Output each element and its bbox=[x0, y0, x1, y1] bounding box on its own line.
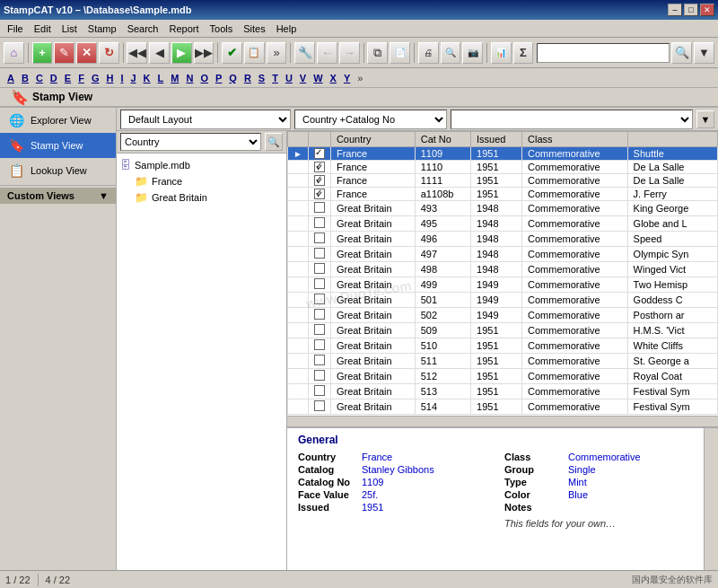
alpha-g[interactable]: G bbox=[88, 72, 103, 84]
alpha-l[interactable]: L bbox=[154, 72, 168, 84]
maximize-button[interactable]: □ bbox=[684, 4, 698, 16]
row-checkbox[interactable]: ✓ bbox=[308, 188, 330, 201]
clipboard-button[interactable]: 📋 bbox=[244, 42, 265, 64]
table-row[interactable]: Great Britain5021949CommemorativePosthor… bbox=[288, 308, 718, 323]
col-issued[interactable]: Issued bbox=[471, 132, 522, 147]
nav-first-button[interactable]: ◀◀ bbox=[127, 42, 147, 64]
row-checkbox[interactable] bbox=[308, 308, 330, 323]
table-row[interactable]: Great Britain4951948CommemorativeGlobe a… bbox=[288, 216, 718, 232]
back-button[interactable]: ← bbox=[317, 42, 337, 64]
row-checkbox[interactable] bbox=[308, 247, 330, 262]
row-checkbox[interactable] bbox=[308, 277, 330, 293]
alpha-t[interactable]: T bbox=[268, 72, 282, 84]
layout-select[interactable]: Default Layout bbox=[120, 110, 291, 129]
table-row[interactable]: Great Britain4971948CommemorativeOlympic… bbox=[288, 247, 718, 262]
table-row[interactable]: Great Britain4981948CommemorativeWinged … bbox=[288, 262, 718, 277]
table-row[interactable]: Great Britain5121951CommemorativeRoyal C… bbox=[288, 369, 718, 384]
table-row[interactable]: Great Britain4931948CommemorativeKing Ge… bbox=[288, 201, 718, 216]
tools-button[interactable]: 🔧 bbox=[294, 42, 315, 64]
tree-node-gb[interactable]: 📁 Great Britain bbox=[135, 189, 283, 206]
table-row[interactable]: ✓France11111951CommemorativeDe La Salle bbox=[288, 174, 718, 188]
nav-prev-button[interactable]: ◀ bbox=[149, 42, 170, 64]
alpha-i[interactable]: I bbox=[117, 72, 127, 84]
alpha-s[interactable]: S bbox=[255, 72, 268, 84]
table-row[interactable]: Great Britain5091951CommemorativeH.M.S. … bbox=[288, 323, 718, 338]
edit-button[interactable]: ✎ bbox=[54, 42, 74, 64]
filter-select[interactable] bbox=[451, 110, 693, 129]
tree-group-select[interactable]: Country bbox=[120, 133, 261, 151]
check-button[interactable]: ✔ bbox=[222, 42, 242, 64]
home-button[interactable]: ⌂ bbox=[4, 42, 24, 64]
table-row[interactable]: ►✓France11091951CommemorativeShuttle bbox=[288, 147, 718, 161]
details-scrollbar[interactable] bbox=[704, 428, 718, 570]
custom-views-header[interactable]: Custom Views ▼ bbox=[0, 188, 116, 204]
row-checkbox[interactable] bbox=[308, 369, 330, 384]
menu-stamp[interactable]: Stamp bbox=[83, 22, 122, 35]
alpha-m[interactable]: M bbox=[167, 72, 182, 84]
nav-next-button[interactable]: ▶▶ bbox=[194, 42, 215, 64]
alpha-p[interactable]: P bbox=[212, 72, 225, 84]
table-row[interactable]: Great Britain5141951CommemorativeFestiva… bbox=[288, 399, 718, 415]
search-options-button[interactable]: ▼ bbox=[694, 42, 714, 64]
search-input[interactable] bbox=[537, 43, 670, 63]
alpha-q[interactable]: Q bbox=[225, 72, 241, 84]
close-button[interactable]: ✕ bbox=[700, 4, 714, 16]
more-button[interactable]: » bbox=[267, 42, 287, 64]
sidebar-item-stamp[interactable]: 🔖 Stamp View bbox=[0, 133, 116, 158]
menu-sites[interactable]: Sites bbox=[238, 22, 270, 35]
col-country[interactable]: Country bbox=[330, 132, 415, 147]
col-class[interactable]: Class bbox=[522, 132, 628, 147]
alpha-k[interactable]: K bbox=[140, 72, 154, 84]
alpha-b[interactable]: B bbox=[18, 72, 32, 84]
table-row[interactable]: Great Britain4961948CommemorativeSpeed bbox=[288, 232, 718, 247]
row-checkbox[interactable] bbox=[308, 262, 330, 277]
menu-list[interactable]: List bbox=[57, 22, 83, 35]
row-checkbox[interactable] bbox=[308, 201, 330, 216]
alpha-h[interactable]: H bbox=[102, 72, 117, 84]
row-checkbox[interactable]: ✓ bbox=[308, 174, 330, 188]
menu-file[interactable]: File bbox=[2, 22, 29, 35]
add-button[interactable]: + bbox=[32, 42, 53, 64]
row-checkbox[interactable] bbox=[308, 338, 330, 354]
row-checkbox[interactable] bbox=[308, 384, 330, 399]
alpha-e[interactable]: E bbox=[61, 72, 74, 84]
alpha-u[interactable]: U bbox=[282, 72, 296, 84]
tree-filter-button[interactable]: 🔍 bbox=[265, 133, 283, 151]
row-checkbox[interactable] bbox=[308, 399, 330, 415]
tree-node-db[interactable]: 🗄 Sample.mdb bbox=[120, 157, 283, 173]
tree-node-france[interactable]: 📁 France bbox=[135, 173, 283, 189]
alpha-y[interactable]: Y bbox=[340, 72, 354, 84]
grid-table-container[interactable]: Country Cat No Issued Class ►✓France1109… bbox=[287, 131, 718, 416]
menu-search[interactable]: Search bbox=[122, 22, 164, 35]
row-checkbox[interactable]: ✓ bbox=[308, 147, 330, 161]
alpha-j[interactable]: J bbox=[127, 72, 139, 84]
menu-edit[interactable]: Edit bbox=[29, 22, 57, 35]
table-row[interactable]: Great Britain5011949CommemorativeGoddess… bbox=[288, 293, 718, 308]
alpha-w[interactable]: W bbox=[310, 72, 326, 84]
col-desc[interactable] bbox=[627, 132, 717, 147]
alpha-v[interactable]: V bbox=[296, 72, 310, 84]
menu-tools[interactable]: Tools bbox=[205, 22, 239, 35]
sort-select[interactable]: Country +Catalog No bbox=[294, 110, 447, 129]
alpha-x[interactable]: X bbox=[327, 72, 340, 84]
sidebar-item-explorer[interactable]: 🌐 Explorer View bbox=[0, 108, 116, 133]
alpha-a[interactable]: A bbox=[4, 72, 18, 84]
col-catno[interactable]: Cat No bbox=[415, 132, 470, 147]
alpha-n[interactable]: N bbox=[182, 72, 197, 84]
paste-button[interactable]: 📄 bbox=[390, 42, 410, 64]
forward-button[interactable]: → bbox=[339, 42, 360, 64]
menu-help[interactable]: Help bbox=[271, 22, 302, 35]
alpha-c[interactable]: C bbox=[32, 72, 47, 84]
sigma-button[interactable]: Σ bbox=[513, 42, 534, 64]
sidebar-item-lookup[interactable]: 📋 Lookup View bbox=[0, 158, 116, 183]
hscroll-bar[interactable] bbox=[287, 416, 718, 426]
alpha-more[interactable]: » bbox=[354, 72, 366, 84]
filter-options-button[interactable]: ▼ bbox=[696, 110, 714, 128]
table-row[interactable]: Great Britain4991949CommemorativeTwo Hem… bbox=[288, 277, 718, 293]
row-checkbox[interactable] bbox=[308, 232, 330, 247]
refresh-button[interactable]: ↻ bbox=[99, 42, 119, 64]
copy-button[interactable]: ⧉ bbox=[367, 42, 388, 64]
row-checkbox[interactable]: ✓ bbox=[308, 161, 330, 174]
chart-button[interactable]: 📊 bbox=[491, 42, 512, 64]
table-row[interactable]: ✓France11101951CommemorativeDe La Salle bbox=[288, 161, 718, 174]
